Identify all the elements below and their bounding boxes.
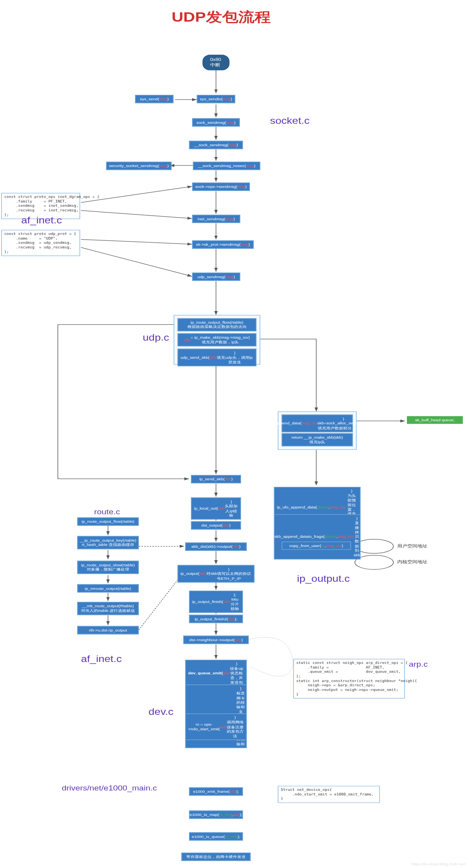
- node-e1000-xmit: e1000_xmit_frame(skb);: [189, 787, 243, 796]
- node-final: 寄存器标志位，由网卡硬件发送: [181, 853, 251, 861]
- watermark: https://is-cloud.blog.csdn.net: [412, 862, 465, 866]
- node-e1000-tx-map: e1000_tx_map(tx_ring,skb);: [189, 811, 243, 819]
- node-e1000-tx-queue: e1000_tx_queue(tx_ring);: [189, 832, 243, 841]
- label-e1000: drivers/net/e1000_main.c: [62, 784, 157, 793]
- code-net-device: Struct net_device_ops{ .ndo_start_xmit =…: [278, 786, 380, 803]
